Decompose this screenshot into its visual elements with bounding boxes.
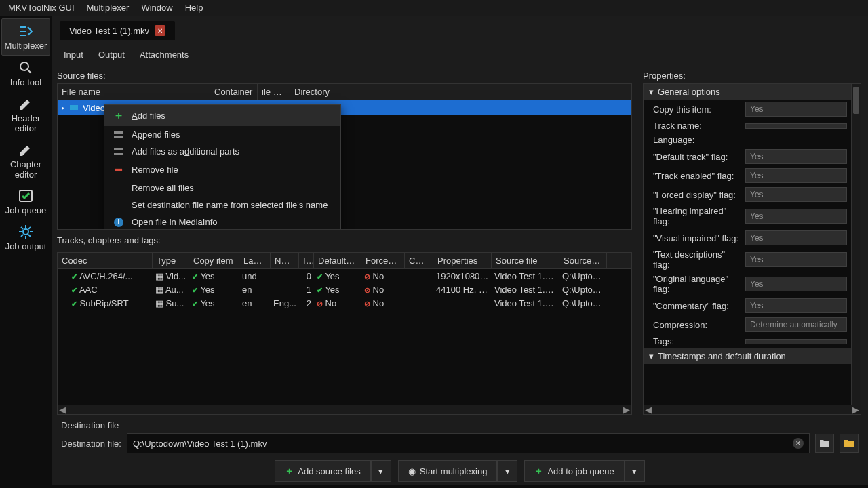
sidebar-chapter-editor[interactable]: Chapter editor [1,138,50,184]
tracks-col[interactable]: Copy item [189,253,239,268]
action-bar: ＋ Add source files ▾ ◉ Start multiplexin… [52,453,868,485]
context-menu-label: Set destination file name from selected … [132,200,328,210]
horizontal-scrollbar[interactable]: ◀▶ [643,405,861,415]
add-source-files-dropdown[interactable]: ▾ [371,460,391,482]
property-row: Track name: [644,119,851,133]
property-field[interactable]: Yes [745,209,847,224]
col-size[interactable]: ile size [258,84,290,100]
property-label: "Hearing impaired" flag: [653,206,741,226]
tab-input[interactable]: Input [62,47,85,62]
chevron-down-icon: ▾ [505,466,510,476]
properties-section-header[interactable]: ▾Timestamps and default duration [644,348,851,364]
play-circle-icon: ◉ [408,466,416,476]
app-title: MKVToolNix GUI [8,3,75,13]
sidebar-job-output[interactable]: Job output [1,220,50,256]
tracks-col[interactable]: Langu [239,253,271,268]
context-menu-item[interactable]: Append files [104,126,340,143]
property-field[interactable]: Yes [745,277,847,291]
context-menu-label: Remove file [132,165,178,175]
tracks-col[interactable]: Source file [492,253,559,268]
context-menu-icon [113,148,125,155]
tracks-col[interactable]: Default trac [314,253,361,268]
context-menu-label: Remove all files [132,183,194,193]
close-tab-button[interactable]: ✕ [155,25,165,36]
button-label: Add to job queue [547,466,614,476]
property-field[interactable]: Yes [745,298,847,313]
property-value[interactable] [745,138,847,142]
browse-folder-button[interactable] [815,434,834,453]
property-field[interactable]: Yes [745,168,847,183]
tab-attachments[interactable]: Attachments [138,47,190,62]
property-label: "Track enabled" flag: [653,171,741,181]
property-label: "Text descriptions" flag: [653,249,741,270]
tracks-col[interactable]: Codec [58,253,153,268]
context-menu-item[interactable]: ＋ Add files [104,105,340,126]
col-filename[interactable]: File name [58,84,210,100]
context-menu-item[interactable]: Set destination file name from selected … [104,197,340,214]
sidebar-job-queue[interactable]: Job queue [1,184,50,220]
menu-multiplexer[interactable]: Multiplexer [87,3,130,13]
menu-help[interactable]: Help [185,3,203,13]
sidebar-info-tool[interactable]: Info tool [1,56,50,92]
property-row: "Commentary" flag: Yes [644,296,851,315]
property-field[interactable] [745,339,847,344]
context-menu-item[interactable]: Add files as additional parts [104,143,340,160]
col-container[interactable]: Container [210,84,258,100]
sidebar-label: Job output [5,241,47,251]
context-menu-label: Add files [132,110,165,121]
context-menu-icon: ━ [113,163,125,176]
property-field[interactable]: Yes [745,230,847,245]
property-field[interactable]: Yes [745,149,847,164]
expand-icon: ▸ [62,104,65,111]
properties-section-header[interactable]: ▾General options [644,84,851,100]
property-row: "Hearing impaired" flag: Yes [644,204,851,228]
tab-output[interactable]: Output [97,47,126,62]
tracks-col[interactable]: Forced dis [361,253,405,268]
menu-window[interactable]: Window [141,3,172,13]
document-tab[interactable]: Video Test 1 (1).mkv ✕ [60,21,175,40]
property-label: Tags: [653,336,741,346]
track-row[interactable]: ✔ AVC/H.264/... ▦ Vid... ✔ Yes und 0 ✔ Y… [58,269,631,283]
folder-icon [819,438,830,449]
sidebar-header-editor[interactable]: Header editor [1,92,50,138]
property-field[interactable]: Determine automatically [745,317,847,332]
destination-section: Destination file Destination file: Q:\Up… [52,415,868,453]
tracks-col[interactable]: Source file [559,253,607,268]
col-directory[interactable]: Directory [290,84,631,100]
properties-label: Properties: [643,69,861,83]
folder-star-icon [844,438,854,449]
tracks-col[interactable]: ID [299,253,314,268]
context-menu: ＋ Add files Append files Add files as ad… [104,104,341,230]
context-menu-item[interactable]: ━ Remove file [104,160,340,180]
svg-rect-3 [70,105,78,110]
context-menu-item[interactable]: i Open file in MediaInfo [104,214,340,230]
property-field[interactable] [745,123,847,129]
tracks-col[interactable]: Chara [405,253,433,268]
clear-icon[interactable]: ✕ [793,438,804,449]
sidebar-multiplexer[interactable]: Multiplexer [1,18,50,56]
add-to-job-queue-button[interactable]: ＋ Add to job queue [524,460,624,482]
video-file-icon [69,103,79,113]
track-row[interactable]: ✔ SubRip/SRT ▦ Su... ✔ Yes en Eng... 2 ⊘… [58,296,631,310]
recent-destination-button[interactable] [840,434,859,453]
multiplexer-icon [18,23,34,39]
start-multiplexing-dropdown[interactable]: ▾ [497,460,517,482]
context-menu-label: Add files as additional parts [132,146,239,157]
tracks-col[interactable]: Type [153,253,189,268]
property-field[interactable]: Yes [745,102,847,117]
track-row[interactable]: ✔ AAC ▦ Au... ✔ Yes en 1 ✔ Yes ⊘ No 4410… [58,283,631,296]
add-to-job-queue-dropdown[interactable]: ▾ [625,460,645,482]
property-field[interactable]: Yes [745,252,847,267]
destination-file-input[interactable]: Q:\Uptodown\Video Test 1 (1).mkv ✕ [127,433,810,453]
vertical-scrollbar[interactable] [851,84,861,405]
tracks-col[interactable]: Properties [433,253,492,268]
horizontal-scrollbar[interactable]: ◀▶ [58,405,631,414]
context-menu-label: Open file in MediaInfo [132,217,217,227]
context-menu-item[interactable]: Remove all files [104,180,340,197]
tracks-col[interactable]: Name [271,253,299,268]
add-source-files-button[interactable]: ＋ Add source files [275,460,371,482]
start-multiplexing-button[interactable]: ◉ Start multiplexing [398,460,498,482]
property-row: "Track enabled" flag: Yes [644,166,851,185]
property-field[interactable]: Yes [745,187,847,202]
context-menu-icon: i [113,218,125,227]
